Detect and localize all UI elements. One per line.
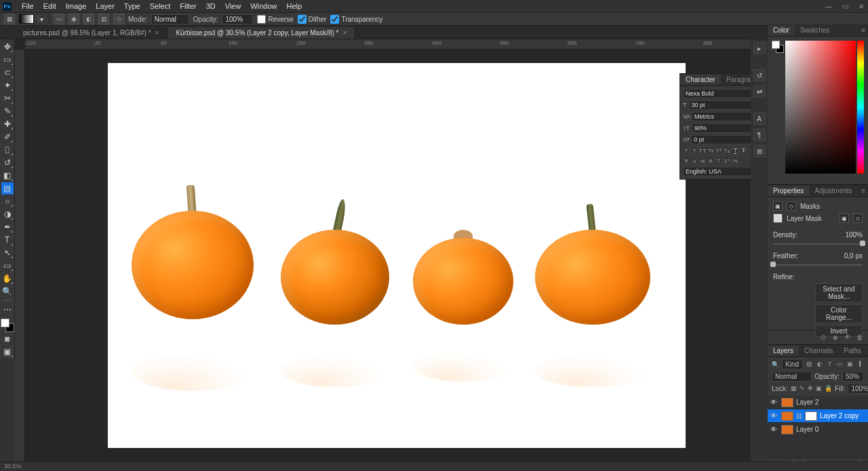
- edit-toolbar[interactable]: ⋯: [1, 304, 14, 316]
- character-panel[interactable]: Character Paragraph ⇥ ≡ T⇅ VA⇆ ↕T↔T AªCo…: [679, 73, 753, 180]
- ot-A[interactable]: A: [707, 157, 714, 165]
- character-icon[interactable]: A: [753, 112, 766, 125]
- superscript-button[interactable]: T¹: [715, 146, 722, 155]
- ot-fi[interactable]: fi: [683, 157, 690, 165]
- color-field[interactable]: [785, 41, 856, 173]
- zoom-tool[interactable]: 🔍: [1, 285, 14, 298]
- menu-image[interactable]: Image: [61, 1, 92, 12]
- doc-tab-1[interactable]: pictures.psd @ 98.5% (Layer 1, RGB/8#) *…: [15, 27, 167, 39]
- minimize-button[interactable]: —: [825, 3, 833, 10]
- panel-menu-icon[interactable]: ≡: [859, 26, 868, 34]
- tool-preset-icon[interactable]: ▦: [4, 14, 15, 24]
- filter-smart-icon[interactable]: ▣: [846, 361, 854, 368]
- type-tool[interactable]: T: [1, 234, 14, 246]
- filter-shape-icon[interactable]: ▭: [836, 361, 844, 368]
- blur-tool[interactable]: ○: [1, 195, 14, 207]
- close-icon[interactable]: ×: [343, 29, 347, 37]
- layer-thumb[interactable]: [781, 411, 793, 421]
- gradient-diamond-icon[interactable]: ◇: [113, 14, 124, 24]
- mask-vector-icon[interactable]: ◇: [787, 201, 796, 211]
- fg-bg-colors[interactable]: [1, 319, 14, 332]
- menu-layer[interactable]: Layer: [91, 1, 119, 12]
- hand-tool[interactable]: ✋: [1, 272, 14, 285]
- add-vector-mask-icon[interactable]: ◇: [853, 213, 863, 223]
- ruler-horizontal[interactable]: -120-2080180280380480580680780880980: [25, 39, 768, 49]
- crop-tool[interactable]: ✂: [1, 92, 14, 104]
- layer-name[interactable]: Layer 2: [796, 398, 865, 406]
- gradient-radial-icon[interactable]: ◉: [68, 14, 79, 24]
- menu-select[interactable]: Select: [145, 1, 176, 12]
- ot-st[interactable]: st: [699, 157, 706, 165]
- ot-T[interactable]: T: [715, 157, 722, 165]
- delete-mask-icon[interactable]: 🗑: [856, 333, 864, 342]
- ot-1st[interactable]: 1ˢ: [724, 157, 730, 165]
- smallcaps-button[interactable]: Tt: [707, 146, 714, 155]
- eyedropper-tool[interactable]: ✎: [1, 105, 14, 117]
- gradient-reflected-icon[interactable]: ▥: [98, 14, 109, 24]
- ot-o[interactable]: o: [691, 157, 698, 165]
- density-slider[interactable]: [773, 241, 863, 247]
- filter-kind-select[interactable]: Kind: [782, 359, 803, 369]
- menu-file[interactable]: File: [17, 1, 39, 12]
- subscript-button[interactable]: T₁: [724, 146, 730, 155]
- layer-thumb[interactable]: [781, 398, 793, 407]
- close-button[interactable]: ✕: [857, 3, 865, 10]
- allcaps-button[interactable]: TT: [699, 146, 706, 155]
- strike-button[interactable]: T̶: [740, 146, 747, 155]
- layer-opacity-input[interactable]: 50%: [842, 371, 864, 382]
- bold-button[interactable]: T: [683, 146, 690, 155]
- layer-row[interactable]: 👁 Layer 0: [768, 423, 868, 436]
- fill-input[interactable]: 100%: [848, 384, 868, 394]
- stamp-tool[interactable]: ⌷: [1, 144, 14, 156]
- lock-artboard-icon[interactable]: ▣: [816, 385, 822, 392]
- path-select-tool[interactable]: ↖: [1, 247, 14, 259]
- layer-mask-thumb[interactable]: [805, 411, 817, 421]
- underline-button[interactable]: T̲: [732, 146, 738, 155]
- healing-tool[interactable]: ✚: [1, 118, 14, 130]
- maximize-button[interactable]: ▭: [841, 3, 849, 10]
- canvas-viewport[interactable]: [25, 49, 768, 462]
- glyphs-icon[interactable]: ⊞: [753, 145, 766, 157]
- brush-tool[interactable]: ✐: [1, 131, 14, 143]
- panel-menu-icon[interactable]: ≡: [859, 187, 868, 194]
- color-fg-bg-swatch[interactable]: [772, 41, 783, 52]
- menu-edit[interactable]: Edit: [39, 1, 61, 12]
- move-tool[interactable]: ✥: [1, 41, 14, 53]
- lock-all-icon[interactable]: 🔒: [825, 385, 832, 392]
- menu-3d[interactable]: 3D: [201, 1, 220, 12]
- lock-paint-icon[interactable]: ✎: [800, 385, 805, 392]
- lasso-tool[interactable]: ⊂: [1, 66, 14, 79]
- italic-button[interactable]: T: [691, 146, 698, 155]
- gradient-angle-icon[interactable]: ◐: [83, 14, 94, 24]
- tab-adjustments[interactable]: Adjustments: [810, 186, 858, 196]
- history-brush-tool[interactable]: ↺: [1, 157, 14, 169]
- marquee-tool[interactable]: ▭: [1, 54, 14, 66]
- visibility-toggle[interactable]: 👁: [770, 426, 778, 433]
- mask-pixel-icon[interactable]: ▣: [773, 201, 783, 211]
- apply-mask-icon[interactable]: ◈: [831, 333, 840, 342]
- reverse-checkbox[interactable]: Reverse: [257, 15, 293, 24]
- load-selection-icon[interactable]: ⊙: [819, 333, 827, 342]
- mode-select[interactable]: [151, 14, 189, 24]
- filter-type-icon[interactable]: T: [826, 361, 833, 368]
- ot-frac[interactable]: ½: [732, 157, 738, 165]
- quick-select-tool[interactable]: ✦: [1, 79, 14, 91]
- dodge-tool[interactable]: ◑: [1, 208, 14, 220]
- layer-name[interactable]: Layer 2 copy: [820, 412, 865, 419]
- eraser-tool[interactable]: ◧: [1, 169, 14, 182]
- menu-view[interactable]: View: [220, 1, 246, 12]
- brushes-icon[interactable]: ⇄: [753, 85, 766, 98]
- filter-toggle[interactable]: ⏽: [856, 361, 864, 368]
- tab-properties[interactable]: Properties: [768, 186, 810, 196]
- gradient-swatch[interactable]: [19, 14, 34, 24]
- disable-mask-icon[interactable]: 👁: [844, 333, 852, 342]
- gradient-tool[interactable]: ▤: [1, 182, 14, 194]
- blend-mode-select[interactable]: Normal: [772, 371, 812, 382]
- layer-name[interactable]: Layer 0: [796, 426, 865, 433]
- menu-filter[interactable]: Filter: [175, 1, 201, 12]
- feather-slider[interactable]: [773, 262, 863, 268]
- dither-checkbox[interactable]: Dither: [298, 15, 327, 24]
- opacity-input[interactable]: [222, 14, 253, 24]
- ruler-vertical[interactable]: [15, 49, 25, 462]
- tab-layers[interactable]: Layers: [768, 346, 799, 356]
